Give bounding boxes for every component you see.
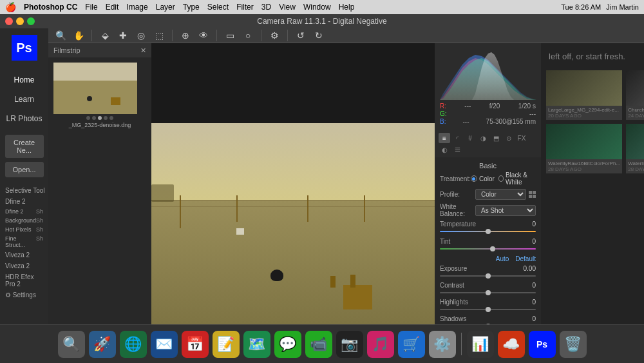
lr-thumb-1[interactable]: LargeLarge_MG_2294-edit-e... 20 DAYS AGO xyxy=(546,70,622,120)
menu-layer[interactable]: Layer xyxy=(156,3,175,12)
maximize-button[interactable] xyxy=(27,17,35,25)
preferences-tool[interactable]: ⚙ xyxy=(267,28,281,43)
color-radio[interactable]: Color xyxy=(471,175,495,182)
highlights-control: Highlights 0 xyxy=(440,299,536,313)
menu-select[interactable]: Select xyxy=(207,3,229,12)
nav-learn[interactable]: Learn xyxy=(0,90,48,109)
tab-calibration[interactable]: ◐ xyxy=(439,144,450,155)
filmstrip-thumbnail[interactable]: _MG_2325-denoise.dng xyxy=(48,57,151,136)
menu-filter[interactable]: Filter xyxy=(236,3,254,12)
radial-filter-tool[interactable]: ○ xyxy=(241,28,255,43)
apple-menu[interactable]: 🍎 xyxy=(5,2,16,12)
nav-lr-photos[interactable]: LR Photos xyxy=(0,109,48,128)
graduated-filter-tool[interactable]: ▭ xyxy=(223,28,237,43)
create-new-button[interactable]: Create Ne... xyxy=(5,135,44,158)
app-name[interactable]: Photoshop CC xyxy=(24,3,77,12)
tint-slider-row[interactable] xyxy=(440,245,536,253)
tab-presets[interactable]: ☰ xyxy=(451,144,463,155)
targeted-adj-tool[interactable]: ◎ xyxy=(134,28,148,43)
dock-finder[interactable]: 🔍 xyxy=(58,331,85,358)
nav-home[interactable]: Home xyxy=(0,70,48,90)
shadows-slider[interactable] xyxy=(440,322,536,324)
viveza2-2-item[interactable]: Viveza 2 xyxy=(0,260,48,271)
menu-bar: 🍎 Photoshop CC File Edit Image Layer Typ… xyxy=(0,0,644,14)
menu-3d[interactable]: 3D xyxy=(261,3,271,12)
auto-button[interactable]: Auto xyxy=(496,255,509,262)
rotate-cw-tool[interactable]: ↻ xyxy=(312,28,326,43)
tint-control: Tint 0 xyxy=(440,238,536,253)
menu-image[interactable]: Image xyxy=(126,3,147,12)
tab-basic[interactable]: ≡ xyxy=(439,133,450,143)
lr-thumb-4[interactable]: WaterlilyRaw16BitColo... 28 DAYS AGO xyxy=(626,124,644,173)
camera-raw-container: 🔍 ✋ ⬙ ✚ ◎ ⬚ ⊕ 👁 ▭ ○ ⚙ ↺ ↻ ⤢ xyxy=(48,28,644,324)
default-button[interactable]: Default xyxy=(515,255,536,262)
transform-tool[interactable]: ⬚ xyxy=(152,28,166,43)
dock-facetime[interactable]: 📹 xyxy=(305,331,332,358)
bw-radio[interactable]: Black & White xyxy=(498,172,536,186)
white-balance-row: White Balance: As Shot xyxy=(440,203,536,217)
tab-split-toning[interactable]: ⬒ xyxy=(490,133,502,143)
lr-thumb-2[interactable]: Church2_111.dpx 24 DAYS AGO xyxy=(626,70,644,120)
dock-ps[interactable]: Ps xyxy=(529,331,556,358)
redeye-tool[interactable]: 👁 xyxy=(196,28,211,43)
thumbnail-label: _MG_2325-denoise.dng xyxy=(53,122,146,131)
selective-tool-item[interactable]: Selective Tool xyxy=(0,185,48,196)
temp-label: Temperature xyxy=(440,221,476,228)
dock-notes[interactable]: 📝 xyxy=(213,331,240,358)
tab-hsl[interactable]: ◑ xyxy=(477,133,489,143)
profile-grid-icon[interactable] xyxy=(529,191,536,198)
open-button[interactable]: Open... xyxy=(5,162,44,177)
filmstrip-close[interactable]: ✕ xyxy=(140,46,146,55)
exposure-slider[interactable] xyxy=(440,272,536,280)
color-sampler-tool[interactable]: ✚ xyxy=(116,28,130,43)
tint-thumb[interactable] xyxy=(490,246,495,251)
menu-view[interactable]: View xyxy=(279,3,296,12)
dock-trash[interactable]: 🗑️ xyxy=(560,331,587,358)
highlights-slider[interactable] xyxy=(440,306,536,313)
lr-thumb-2-date: 24 DAYS AGO xyxy=(628,113,644,119)
temperature-control: Temperature 0 xyxy=(440,221,536,235)
dock-calendar[interactable]: 📅 xyxy=(182,331,209,358)
tab-detail[interactable]: # xyxy=(464,133,476,143)
menu-type[interactable]: Type xyxy=(183,3,200,12)
exposure-control: Exposure 0.00 xyxy=(440,265,536,280)
hdr-efex-item[interactable]: HDR Efex Pro 2 xyxy=(0,271,48,289)
dock-appstore[interactable]: 🛒 xyxy=(398,331,425,358)
dock-safari[interactable]: 🌐 xyxy=(120,331,147,358)
viveza2-item[interactable]: Viveza 2 xyxy=(0,250,48,260)
tab-lens[interactable]: ⊙ xyxy=(503,133,515,143)
settings-item[interactable]: ⚙ Settings xyxy=(0,289,48,300)
dock-photos[interactable]: 📷 xyxy=(336,331,363,358)
contrast-value: 0 xyxy=(532,282,536,289)
menu-help[interactable]: Help xyxy=(339,3,355,12)
dock-activity-monitor[interactable]: 📊 xyxy=(467,331,494,358)
temp-slider-row[interactable] xyxy=(440,228,536,235)
tab-tone-curve[interactable]: ◜ xyxy=(451,133,463,143)
menu-file[interactable]: File xyxy=(85,3,97,12)
dock-itunes[interactable]: 🎵 xyxy=(367,331,394,358)
spot-removal-tool[interactable]: ⊕ xyxy=(178,28,193,43)
dock-preferences[interactable]: ⚙️ xyxy=(429,331,456,358)
contrast-slider[interactable] xyxy=(440,289,536,297)
minimize-button[interactable] xyxy=(16,17,24,25)
rotate-ccw-tool[interactable]: ↺ xyxy=(294,28,308,43)
dock-launchpad[interactable]: 🚀 xyxy=(89,331,116,358)
menu-items: Photoshop CC File Edit Image Layer Type … xyxy=(24,3,561,12)
wb-select[interactable]: As Shot xyxy=(475,205,536,216)
dock-creative-cloud[interactable]: ☁️ xyxy=(498,331,525,358)
profile-select[interactable]: Color xyxy=(475,189,526,200)
dfine2-item[interactable]: Dfine 2 xyxy=(0,196,48,207)
zoom-tool[interactable]: 🔍 xyxy=(53,28,68,43)
menu-window[interactable]: Window xyxy=(303,3,331,12)
dock-messages[interactable]: 💬 xyxy=(274,331,301,358)
tab-fx[interactable]: FX xyxy=(516,133,527,143)
dock-maps[interactable]: 🗺️ xyxy=(243,331,270,358)
menu-edit[interactable]: Edit xyxy=(106,3,119,12)
hand-tool[interactable]: ✋ xyxy=(71,28,86,43)
dock-mail[interactable]: ✉️ xyxy=(151,331,178,358)
white-balance-tool[interactable]: ⬙ xyxy=(98,28,112,43)
temp-thumb[interactable] xyxy=(486,229,491,234)
close-button[interactable] xyxy=(5,17,13,25)
lr-thumb-3[interactable]: WaterlilyRaw16BitColorForPh... 28 DAYS A… xyxy=(546,124,622,173)
app-container: Camera Raw 11.3.1 - Digital Negative Ps … xyxy=(0,14,644,363)
